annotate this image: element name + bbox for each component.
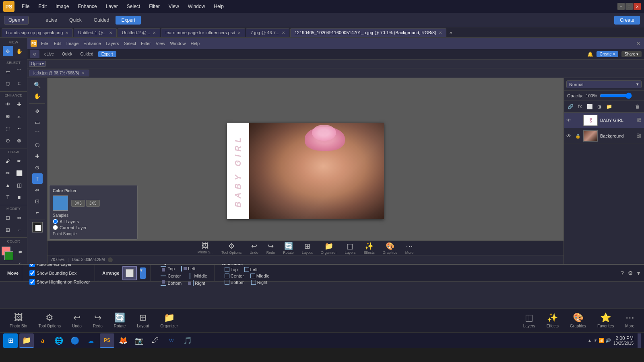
redo-btn[interactable]: ↪ Redo: [87, 311, 108, 330]
bottom-expand-icon[interactable]: ▾: [637, 270, 640, 276]
menu-help[interactable]: Help: [210, 2, 228, 11]
tool-pattern-stamp[interactable]: ⊗: [14, 135, 25, 146]
bottom-settings-icon[interactable]: ⚙: [628, 270, 633, 276]
taskbar-icon-explorer[interactable]: 📁: [19, 333, 34, 348]
align-center-btn[interactable]: Center: [158, 273, 183, 279]
tool-hand[interactable]: ✋: [14, 46, 25, 56]
inner-tool-transform2[interactable]: ⇔: [32, 185, 43, 195]
taskbar-icon-app10[interactable]: 🎵: [180, 333, 195, 348]
inner-rotate-action[interactable]: 🔄 Rotate: [283, 242, 294, 255]
tool-pencil[interactable]: ✏: [3, 168, 13, 178]
align-right-btn[interactable]: Right: [186, 280, 208, 286]
dist-top-btn[interactable]: Top: [222, 267, 240, 272]
layer-link-btn[interactable]: 🔗: [566, 103, 574, 111]
inner-tab-elive[interactable]: eLive: [41, 51, 57, 57]
status-arrow[interactable]: [108, 257, 113, 262]
tab-0[interactable]: brands sign up pg speak.png ✕: [2, 28, 73, 37]
tool-color-swap[interactable]: ⇄: [15, 247, 25, 257]
effects-btn[interactable]: ✨ Effects: [541, 311, 564, 330]
tool-red-eye[interactable]: 👁: [3, 99, 13, 109]
taskbar-icon-firefox[interactable]: 🦊: [116, 333, 130, 348]
tab-3-close[interactable]: ✕: [237, 31, 241, 35]
bottom-help-icon[interactable]: ?: [621, 270, 624, 276]
menu-select[interactable]: Select: [123, 2, 144, 11]
tool-quick-select[interactable]: ⌗: [14, 78, 25, 89]
more-btn[interactable]: ⋯ More: [619, 311, 640, 330]
layer-visibility-2[interactable]: 👁: [566, 133, 573, 139]
inner-tool-straighten2[interactable]: ⌐: [32, 207, 43, 218]
tool-smudge[interactable]: ~: [14, 123, 25, 134]
favorites-btn[interactable]: ⭐ Favorites: [592, 311, 619, 330]
tab-4-close[interactable]: ✕: [282, 31, 285, 35]
tool-options-btn[interactable]: ⚙ Tool Options: [33, 311, 66, 330]
minimize-button[interactable]: −: [617, 3, 625, 10]
tab-2-close[interactable]: ✕: [153, 31, 156, 35]
photo-bin-btn[interactable]: 🖼 Photo Bin: [4, 311, 33, 330]
inner-organizer-action[interactable]: 📁 Organizer: [321, 242, 337, 255]
menu-file[interactable]: File: [18, 2, 33, 11]
inner-graphics-action[interactable]: 🎨 Graphics: [383, 242, 397, 255]
dist-left-btn[interactable]: Left: [242, 267, 260, 272]
tool-shape[interactable]: ■: [14, 192, 25, 202]
menu-edit[interactable]: Edit: [34, 2, 51, 11]
inner-menu-layers[interactable]: Layers: [106, 41, 119, 46]
tab-elive[interactable]: eLive: [40, 16, 63, 25]
align-middle-btn[interactable]: Middle: [185, 273, 209, 279]
tool-sponge[interactable]: ◌: [3, 123, 13, 134]
inner-menu-image[interactable]: Image: [66, 41, 79, 46]
inner-menu-edit[interactable]: Edit: [54, 41, 62, 46]
tab-1-close[interactable]: ✕: [109, 31, 112, 35]
inner-create-btn[interactable]: Create ▾: [597, 51, 618, 57]
open-button[interactable]: Open ▾: [4, 16, 29, 25]
layer-adjust-btn[interactable]: ◑: [595, 103, 603, 111]
inner-tool-clone2[interactable]: ⊙: [32, 162, 43, 173]
align-left-btn[interactable]: Left: [179, 265, 198, 272]
tool-clone[interactable]: ⊙: [3, 135, 13, 146]
inner-close-button[interactable]: ✕: [636, 40, 641, 47]
tab-0-close[interactable]: ✕: [65, 31, 68, 35]
inner-menu-help[interactable]: Help: [191, 41, 200, 46]
inner-tool-type2[interactable]: T: [32, 173, 43, 184]
inner-menu-enhance[interactable]: Enhance: [83, 41, 101, 46]
tool-straighten[interactable]: ⌐: [14, 224, 25, 235]
align-top-btn[interactable]: Top: [158, 265, 177, 272]
layer-visibility-1[interactable]: 👁: [566, 117, 573, 123]
inner-tool-zoom[interactable]: 🔍: [32, 80, 43, 90]
close-button[interactable]: ✕: [634, 3, 641, 10]
arrange-dropdown[interactable]: ▾: [140, 267, 146, 279]
tool-brush[interactable]: 🖌: [3, 156, 13, 166]
taskbar-icon-onedrive[interactable]: ☁: [84, 333, 98, 348]
menu-image[interactable]: Image: [52, 2, 73, 11]
tool-select-rect[interactable]: ▭: [3, 66, 13, 77]
tab-4[interactable]: 7.jpg @ 46.7... ✕: [246, 28, 289, 37]
tab-3[interactable]: learn more page for influencers.psd ✕: [161, 28, 245, 37]
inner-undo-action[interactable]: ↩ Undo: [250, 242, 258, 255]
layers-btn[interactable]: ◫ Layers: [518, 311, 541, 330]
tab-more-button[interactable]: »: [447, 29, 455, 36]
tab-guided[interactable]: Guided: [88, 16, 115, 25]
inner-tool-move2[interactable]: ✥: [32, 106, 43, 116]
bounding-box-checkbox[interactable]: [29, 270, 35, 276]
layer-delete-btn[interactable]: 🗑: [634, 103, 642, 111]
color-picker-swatch[interactable]: [53, 195, 68, 211]
dist-middle-btn[interactable]: Middle: [248, 273, 272, 279]
inner-menu-select[interactable]: Select: [124, 41, 136, 46]
inner-tab-expert[interactable]: Expert: [98, 51, 116, 57]
cp-all-layers-radio[interactable]: [53, 219, 58, 224]
tool-healing[interactable]: ✚: [14, 99, 25, 109]
tool-eraser[interactable]: ⬜: [14, 168, 25, 178]
inner-share-btn[interactable]: Share ▾: [621, 51, 642, 57]
align-bottom-btn[interactable]: Bottom: [158, 280, 184, 286]
inner-tool-rect[interactable]: ▭: [32, 117, 43, 128]
inner-layers-action[interactable]: ◫ Layers: [345, 242, 355, 255]
inner-file-tab[interactable]: jada.jpg @ 38.7% (668/8) ✕: [29, 70, 89, 76]
background-color[interactable]: [4, 251, 13, 260]
inner-tab-guided[interactable]: Guided: [77, 51, 96, 57]
dist-right-btn[interactable]: Right: [249, 280, 270, 285]
menu-enhance[interactable]: Enhance: [74, 2, 101, 11]
inner-bell-icon[interactable]: 🔔: [587, 51, 593, 57]
tab-2[interactable]: Untitled-2 @... ✕: [118, 28, 160, 37]
tool-move[interactable]: ✥: [3, 46, 13, 56]
inner-more-action[interactable]: ⋯ More: [405, 242, 414, 255]
inner-layout-action[interactable]: ⊞ Layout: [302, 242, 313, 255]
